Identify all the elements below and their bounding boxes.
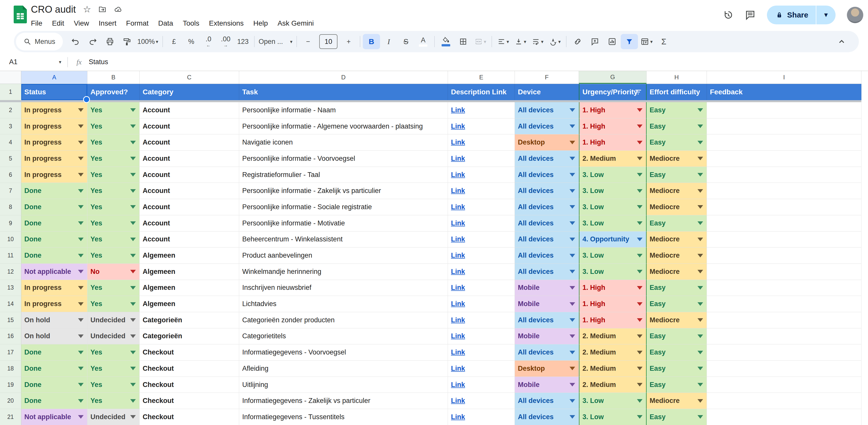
feedback-cell[interactable] — [707, 134, 861, 151]
effort-cell[interactable]: Mediocre — [647, 183, 707, 199]
approved-cell[interactable]: Undecided — [87, 409, 140, 425]
urgency-cell[interactable]: 4. Opportunity — [579, 231, 647, 248]
urgency-cell[interactable]: 1. High — [579, 118, 647, 135]
effort-cell[interactable]: Easy — [647, 280, 707, 296]
feedback-cell[interactable] — [707, 167, 861, 183]
description-link-cell[interactable]: Link — [448, 377, 515, 393]
dropdown-caret-icon[interactable] — [78, 318, 84, 322]
dropdown-caret-icon[interactable] — [637, 367, 643, 370]
dropdown-caret-icon[interactable] — [78, 367, 84, 370]
description-link-cell[interactable]: Link — [448, 280, 515, 296]
dropdown-caret-icon[interactable] — [637, 351, 643, 354]
dropdown-caret-icon[interactable] — [78, 335, 84, 338]
dropdown-caret-icon[interactable] — [637, 270, 643, 273]
increase-decimal-button[interactable]: .00→ — [217, 34, 235, 49]
version-history-icon[interactable] — [722, 9, 734, 21]
category-cell[interactable]: Account — [140, 183, 239, 199]
dropdown-caret-icon[interactable] — [569, 141, 575, 144]
dropdown-caret-icon[interactable] — [78, 205, 84, 209]
approved-cell[interactable]: Yes — [87, 393, 140, 409]
effort-cell[interactable]: Mediocre — [647, 231, 707, 248]
row-number-1[interactable]: 1 — [0, 84, 21, 100]
header-cell-description-link[interactable]: Description Link — [448, 84, 515, 100]
row-number-21[interactable]: 21 — [0, 409, 21, 425]
column-header-C[interactable]: C — [140, 71, 239, 84]
task-cell[interactable]: Persoonlijke informatie - Zakelijk vs pa… — [239, 183, 448, 199]
effort-cell[interactable]: Easy — [647, 118, 707, 135]
status-cell[interactable]: Done — [21, 377, 87, 393]
category-cell[interactable]: Checkout — [140, 393, 239, 409]
row-number-5[interactable]: 5 — [0, 151, 21, 167]
description-link[interactable]: Link — [451, 171, 465, 179]
task-cell[interactable]: Inschrijven nieuwsbrief — [239, 280, 448, 296]
description-link[interactable]: Link — [451, 300, 465, 308]
description-link-cell[interactable]: Link — [448, 409, 515, 425]
feedback-cell[interactable] — [707, 312, 861, 329]
description-link-cell[interactable]: Link — [448, 248, 515, 264]
description-link-cell[interactable]: Link — [448, 102, 515, 118]
dropdown-caret-icon[interactable] — [78, 173, 84, 176]
dropdown-caret-icon[interactable] — [78, 351, 84, 354]
dropdown-caret-icon[interactable] — [569, 157, 575, 160]
menu-ask-gemini[interactable]: Ask Gemini — [273, 18, 318, 29]
effort-cell[interactable]: Easy — [647, 329, 707, 345]
dropdown-caret-icon[interactable] — [78, 221, 84, 225]
italic-button[interactable]: I — [380, 34, 397, 49]
approved-cell[interactable]: Yes — [87, 151, 140, 167]
zoom-select[interactable]: 100%▾ — [136, 34, 160, 49]
row-number-8[interactable]: 8 — [0, 199, 21, 215]
menu-file[interactable]: File — [26, 18, 47, 29]
description-link-cell[interactable]: Link — [448, 329, 515, 345]
row-number-14[interactable]: 14 — [0, 296, 21, 312]
description-link[interactable]: Link — [451, 348, 465, 356]
row-number-20[interactable]: 20 — [0, 393, 21, 409]
effort-cell[interactable]: Mediocre — [647, 312, 707, 329]
description-link-cell[interactable]: Link — [448, 344, 515, 361]
text-wrap-button[interactable]: ▾ — [529, 34, 546, 49]
description-link[interactable]: Link — [451, 235, 465, 243]
task-cell[interactable]: Uitlijning — [239, 377, 448, 393]
device-cell[interactable]: All devices — [515, 199, 579, 215]
chevron-down-icon[interactable]: ▾ — [59, 59, 61, 65]
dropdown-caret-icon[interactable] — [637, 221, 643, 225]
dropdown-caret-icon[interactable] — [569, 351, 575, 354]
approved-cell[interactable]: Undecided — [87, 329, 140, 345]
font-size-input[interactable]: 10 — [319, 34, 338, 49]
approved-cell[interactable]: Yes — [87, 167, 140, 183]
row-number-10[interactable]: 10 — [0, 231, 21, 248]
dropdown-caret-icon[interactable] — [698, 335, 703, 338]
category-cell[interactable]: Algemeen — [140, 248, 239, 264]
urgency-cell[interactable]: 1. High — [579, 296, 647, 312]
dropdown-caret-icon[interactable] — [78, 415, 84, 419]
formula-input[interactable]: Status — [89, 58, 108, 66]
collapse-toolbar-button[interactable] — [833, 34, 850, 49]
dropdown-caret-icon[interactable] — [78, 383, 84, 387]
urgency-cell[interactable]: 2. Medium — [579, 377, 647, 393]
description-link[interactable]: Link — [451, 365, 465, 372]
status-cell[interactable]: Not applicable — [21, 409, 87, 425]
paint-format-button[interactable] — [119, 34, 136, 49]
header-cell-task[interactable]: Task — [239, 84, 448, 100]
approved-cell[interactable]: No — [87, 264, 140, 280]
document-title[interactable]: CRO audit — [31, 4, 76, 15]
device-cell[interactable]: All devices — [515, 248, 579, 264]
menu-edit[interactable]: Edit — [47, 18, 69, 29]
status-cell[interactable]: Done — [21, 231, 87, 248]
effort-cell[interactable]: Easy — [647, 296, 707, 312]
task-cell[interactable]: Navigatie iconen — [239, 134, 448, 151]
dropdown-caret-icon[interactable] — [130, 221, 136, 225]
approved-cell[interactable]: Yes — [87, 296, 140, 312]
insert-comment-button[interactable] — [586, 34, 603, 49]
undo-button[interactable] — [67, 34, 84, 49]
dropdown-caret-icon[interactable] — [569, 383, 575, 387]
dropdown-caret-icon[interactable] — [78, 189, 84, 193]
approved-cell[interactable]: Yes — [87, 199, 140, 215]
dropdown-caret-icon[interactable] — [78, 124, 84, 128]
approved-cell[interactable]: Yes — [87, 377, 140, 393]
description-link[interactable]: Link — [451, 138, 465, 146]
functions-button[interactable]: Σ — [655, 34, 673, 49]
description-link-cell[interactable]: Link — [448, 264, 515, 280]
description-link-cell[interactable]: Link — [448, 167, 515, 183]
status-cell[interactable]: In progress — [21, 280, 87, 296]
device-cell[interactable]: Mobile — [515, 280, 579, 296]
